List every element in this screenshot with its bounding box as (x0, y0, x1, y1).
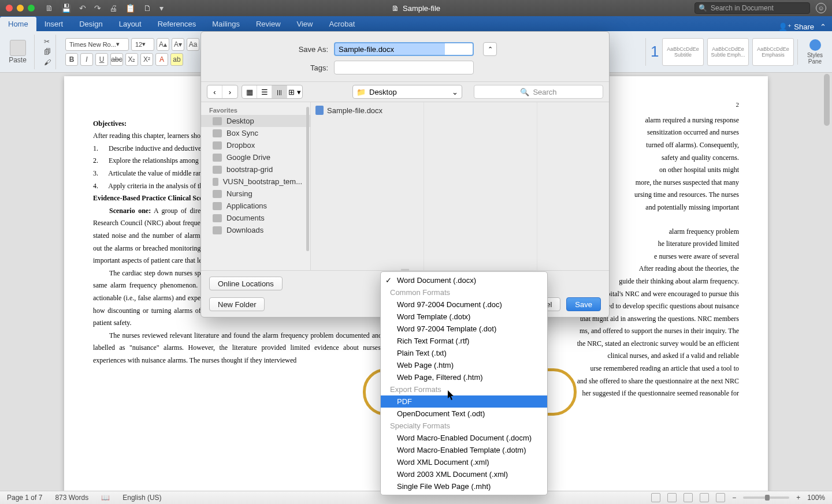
format-option-mht[interactable]: Single File Web Page (.mht) (381, 480, 547, 492)
close-window-icon[interactable] (6, 5, 13, 12)
column-view-icon[interactable]: ⫼ (272, 85, 287, 98)
styles-pane-button[interactable]: Styles Pane (797, 39, 826, 65)
format-option-htm[interactable]: Web Page (.htm) (381, 359, 547, 371)
tab-view[interactable]: View (289, 17, 321, 31)
save-button[interactable]: Save (566, 297, 601, 311)
sidebar-item-nursing[interactable]: Nursing (201, 188, 310, 200)
superscript-button[interactable]: X² (140, 53, 153, 66)
grow-font-icon[interactable]: A▴ (157, 38, 169, 51)
tab-acrobat[interactable]: Acrobat (321, 17, 363, 31)
tab-design[interactable]: Design (71, 17, 110, 31)
web-layout-icon[interactable] (684, 493, 693, 502)
italic-button[interactable]: I (80, 53, 93, 66)
collapse-ribbon-icon[interactable]: ⌃ (820, 23, 826, 31)
online-locations-button[interactable]: Online Locations (209, 277, 283, 290)
minimize-window-icon[interactable] (17, 5, 24, 12)
new-doc-icon[interactable]: 🗋 (143, 3, 151, 13)
format-option-dotm[interactable]: Word Macro-Enabled Template (.dotm) (381, 444, 547, 456)
bold-button[interactable]: B (65, 53, 78, 66)
list-view-icon[interactable]: ☰ (257, 85, 272, 98)
format-option-xml[interactable]: Word XML Document (.xml) (381, 456, 547, 468)
format-option-pdf[interactable]: PDF (381, 395, 547, 408)
sidebar-item-downloads[interactable]: Downloads (201, 224, 310, 236)
sidebar-item-documents[interactable]: Documents (201, 212, 310, 224)
paste-icon[interactable]: 📋 (125, 3, 135, 13)
nav-back-forward[interactable]: ‹ › (207, 85, 238, 99)
format-painter-icon[interactable]: 🖌 (44, 58, 51, 66)
change-case-icon[interactable]: Aa (187, 38, 199, 51)
format-option-docx[interactable]: Word Document (.docx) (381, 274, 547, 286)
autosave-icon[interactable]: 🗎 (45, 3, 53, 13)
style-subtle-emphasis[interactable]: AaBbCcDdEeSubtle Emph... (707, 38, 749, 66)
shrink-font-icon[interactable]: A▾ (172, 38, 184, 51)
collapse-dialog-button[interactable]: ⌃ (483, 42, 497, 56)
scroll-thumb[interactable] (824, 74, 830, 126)
format-option-xml2003[interactable]: Word 2003 XML Document (.xml) (381, 468, 547, 480)
print-icon[interactable]: 🖨 (109, 3, 117, 13)
tab-review[interactable]: Review (248, 17, 289, 31)
format-option-txt[interactable]: Plain Text (.txt) (381, 347, 547, 359)
dialog-search[interactable]: 🔍 Search (474, 85, 603, 99)
file-row[interactable]: Sample-file.docx (315, 106, 419, 115)
print-layout-icon[interactable] (667, 493, 677, 502)
zoom-in-icon[interactable]: + (796, 494, 800, 502)
sidebar-item-dropbox[interactable]: Dropbox (201, 139, 310, 151)
tab-references[interactable]: References (150, 17, 204, 31)
sidebar-item-vusn[interactable]: VUSN_bootstrap_tem... (201, 176, 310, 188)
gallery-view-icon[interactable]: ⊞ ▾ (287, 85, 302, 98)
font-color-button[interactable]: A (155, 53, 168, 66)
search-document[interactable]: 🔍 Search in Document (694, 2, 810, 14)
format-option-dotx[interactable]: Word Template (.dotx) (381, 311, 547, 323)
cut-icon[interactable]: ✂ (44, 38, 51, 46)
focus-mode-icon[interactable] (651, 493, 660, 502)
tab-mailings[interactable]: Mailings (204, 17, 248, 31)
file-column-1[interactable]: Sample-file.docx (311, 102, 424, 270)
back-icon[interactable]: ‹ (207, 85, 222, 98)
tags-input[interactable] (334, 61, 474, 74)
undo-icon[interactable]: ↶ (79, 3, 86, 13)
copy-icon[interactable]: 🗐 (44, 48, 51, 56)
font-name-combo[interactable]: Times New Ro... ▾ (65, 38, 129, 51)
format-option-rtf[interactable]: Rich Text Format (.rtf) (381, 335, 547, 347)
strikethrough-button[interactable]: abc (110, 53, 123, 66)
spellcheck-icon[interactable]: 📖 (101, 494, 110, 502)
format-option-odt[interactable]: OpenDocument Text (.odt) (381, 408, 547, 420)
filename-input[interactable] (334, 42, 474, 56)
sidebar-item-desktop[interactable]: Desktop (201, 115, 310, 127)
font-size-combo[interactable]: 12 ▾ (131, 38, 154, 51)
sidebar-item-bootstrap[interactable]: bootstrap-grid (201, 163, 310, 176)
format-option-dot[interactable]: Word 97-2004 Template (.dot) (381, 323, 547, 335)
zoom-percent[interactable]: 100% (807, 494, 825, 502)
style-subtitle[interactable]: AaBbCcDdEeSubtitle (662, 38, 704, 66)
underline-button[interactable]: U (95, 53, 108, 66)
share-button[interactable]: 👤⁺ Share (778, 23, 814, 31)
help-icon[interactable]: ☺ (816, 3, 826, 13)
view-segment[interactable]: ▦ ☰ ⫼ ⊞ ▾ (242, 85, 303, 99)
dropdown-icon[interactable]: ▾ (159, 3, 164, 13)
outline-icon[interactable] (700, 493, 709, 502)
tab-layout[interactable]: Layout (111, 17, 150, 31)
format-option-docm[interactable]: Word Macro-Enabled Document (.docm) (381, 432, 547, 444)
status-page[interactable]: Page 1 of 7 (7, 494, 42, 502)
file-column-3[interactable] (537, 102, 609, 270)
tab-insert[interactable]: Insert (36, 17, 72, 31)
sidebar-item-applications[interactable]: Applications (201, 200, 310, 212)
location-combo[interactable]: 📁 Desktop ⌄ (352, 85, 462, 99)
style-emphasis[interactable]: AaBbCcDdEeEmphasis (752, 38, 794, 66)
status-words[interactable]: 873 Words (55, 494, 88, 502)
status-language[interactable]: English (US) (122, 494, 161, 502)
clipboard-icon[interactable] (10, 40, 26, 56)
zoom-slider[interactable] (743, 496, 789, 499)
sidebar-item-googledrive[interactable]: Google Drive (201, 151, 310, 163)
sidebar-item-boxsync[interactable]: Box Sync (201, 127, 310, 139)
format-option-doc[interactable]: Word 97-2004 Document (.doc) (381, 298, 547, 311)
tab-home[interactable]: Home (0, 17, 36, 31)
redo-icon[interactable]: ↷ (94, 3, 101, 13)
icon-view-icon[interactable]: ▦ (242, 85, 257, 98)
new-folder-button[interactable]: New Folder (209, 297, 265, 311)
file-column-2[interactable] (424, 102, 537, 270)
draft-icon[interactable] (716, 493, 725, 502)
save-icon[interactable]: 💾 (61, 3, 71, 13)
forward-icon[interactable]: › (222, 85, 237, 98)
zoom-out-icon[interactable]: − (732, 494, 736, 502)
